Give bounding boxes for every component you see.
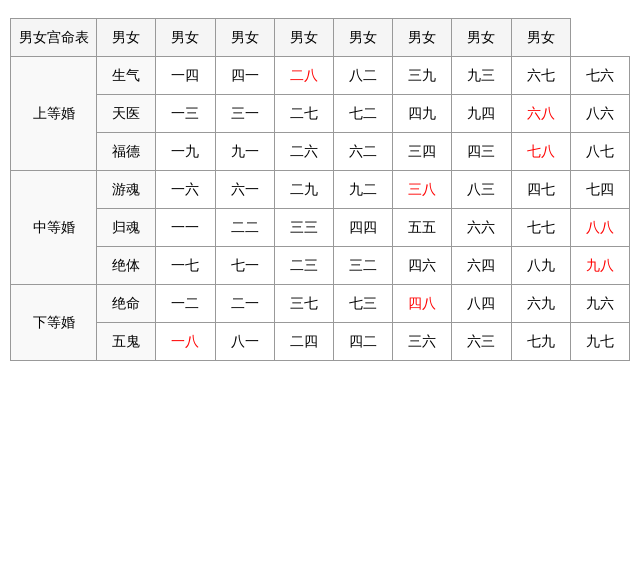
table-row: 绝体一七七一二三三二四六六四八九九八 xyxy=(11,247,630,285)
cell-0: 一七 xyxy=(156,247,215,285)
cell-5: 六三 xyxy=(452,323,511,361)
cell-5: 四三 xyxy=(452,133,511,171)
cell-3: 七二 xyxy=(333,95,392,133)
cell-0: 一六 xyxy=(156,171,215,209)
cell-1: 二一 xyxy=(215,285,274,323)
cell-6: 八九 xyxy=(511,247,570,285)
cell-0: 一二 xyxy=(156,285,215,323)
cell-7: 九七 xyxy=(570,323,629,361)
cell-6: 七八 xyxy=(511,133,570,171)
col-header-2: 男女 xyxy=(156,19,215,57)
cell-3: 四四 xyxy=(333,209,392,247)
table-row: 五鬼一八八一二四四二三六六三七九九七 xyxy=(11,323,630,361)
cell-4: 三六 xyxy=(393,323,452,361)
cell-7: 八八 xyxy=(570,209,629,247)
cell-2: 二七 xyxy=(274,95,333,133)
group-label: 中等婚 xyxy=(11,171,97,285)
cell-2: 二九 xyxy=(274,171,333,209)
col-header-7: 男女 xyxy=(452,19,511,57)
marriage-table: 男女宫命表男女男女男女男女男女男女男女男女 上等婚生气一四四一二八八二三九九三六… xyxy=(10,18,630,361)
cell-5: 九三 xyxy=(452,57,511,95)
cell-4: 四九 xyxy=(393,95,452,133)
cell-6: 六七 xyxy=(511,57,570,95)
col-header-4: 男女 xyxy=(274,19,333,57)
cell-3: 四二 xyxy=(333,323,392,361)
table-row: 上等婚生气一四四一二八八二三九九三六七七六 xyxy=(11,57,630,95)
cell-6: 七九 xyxy=(511,323,570,361)
cell-1: 三一 xyxy=(215,95,274,133)
group-label: 上等婚 xyxy=(11,57,97,171)
cell-4: 三八 xyxy=(393,171,452,209)
cell-3: 七三 xyxy=(333,285,392,323)
cell-1: 九一 xyxy=(215,133,274,171)
cell-3: 九二 xyxy=(333,171,392,209)
cell-0: 一九 xyxy=(156,133,215,171)
table-corner-header: 男女宫命表 xyxy=(11,19,97,57)
cell-6: 七七 xyxy=(511,209,570,247)
cell-0: 一八 xyxy=(156,323,215,361)
cell-5: 八三 xyxy=(452,171,511,209)
col-header-8: 男女 xyxy=(511,19,570,57)
cell-0: 一四 xyxy=(156,57,215,95)
cell-6: 四七 xyxy=(511,171,570,209)
cell-6: 六九 xyxy=(511,285,570,323)
cell-2: 二六 xyxy=(274,133,333,171)
cell-5: 九四 xyxy=(452,95,511,133)
cell-2: 二八 xyxy=(274,57,333,95)
table-row: 天医一三三一二七七二四九九四六八八六 xyxy=(11,95,630,133)
row-label: 游魂 xyxy=(97,171,156,209)
cell-2: 二四 xyxy=(274,323,333,361)
table-row: 归魂一一二二三三四四五五六六七七八八 xyxy=(11,209,630,247)
cell-7: 九六 xyxy=(570,285,629,323)
row-label: 福德 xyxy=(97,133,156,171)
cell-3: 八二 xyxy=(333,57,392,95)
row-label: 五鬼 xyxy=(97,323,156,361)
cell-0: 一三 xyxy=(156,95,215,133)
cell-1: 八一 xyxy=(215,323,274,361)
cell-7: 七四 xyxy=(570,171,629,209)
cell-4: 五五 xyxy=(393,209,452,247)
table-row: 福德一九九一二六六二三四四三七八八七 xyxy=(11,133,630,171)
row-label: 生气 xyxy=(97,57,156,95)
cell-1: 四一 xyxy=(215,57,274,95)
cell-1: 二二 xyxy=(215,209,274,247)
row-label: 绝体 xyxy=(97,247,156,285)
cell-7: 九八 xyxy=(570,247,629,285)
col-header-3: 男女 xyxy=(215,19,274,57)
cell-6: 六八 xyxy=(511,95,570,133)
col-header-6: 男女 xyxy=(393,19,452,57)
cell-5: 六六 xyxy=(452,209,511,247)
row-label: 归魂 xyxy=(97,209,156,247)
cell-2: 三三 xyxy=(274,209,333,247)
cell-4: 三九 xyxy=(393,57,452,95)
cell-5: 六四 xyxy=(452,247,511,285)
cell-3: 六二 xyxy=(333,133,392,171)
cell-7: 八七 xyxy=(570,133,629,171)
cell-7: 七六 xyxy=(570,57,629,95)
cell-5: 八四 xyxy=(452,285,511,323)
cell-0: 一一 xyxy=(156,209,215,247)
cell-4: 四六 xyxy=(393,247,452,285)
cell-7: 八六 xyxy=(570,95,629,133)
col-header-5: 男女 xyxy=(333,19,392,57)
col-header-1: 男女 xyxy=(97,19,156,57)
table-row: 中等婚游魂一六六一二九九二三八八三四七七四 xyxy=(11,171,630,209)
table-row: 下等婚绝命一二二一三七七三四八八四六九九六 xyxy=(11,285,630,323)
cell-2: 二三 xyxy=(274,247,333,285)
cell-1: 六一 xyxy=(215,171,274,209)
cell-4: 三四 xyxy=(393,133,452,171)
row-label: 绝命 xyxy=(97,285,156,323)
cell-2: 三七 xyxy=(274,285,333,323)
cell-1: 七一 xyxy=(215,247,274,285)
cell-3: 三二 xyxy=(333,247,392,285)
cell-4: 四八 xyxy=(393,285,452,323)
row-label: 天医 xyxy=(97,95,156,133)
group-label: 下等婚 xyxy=(11,285,97,361)
